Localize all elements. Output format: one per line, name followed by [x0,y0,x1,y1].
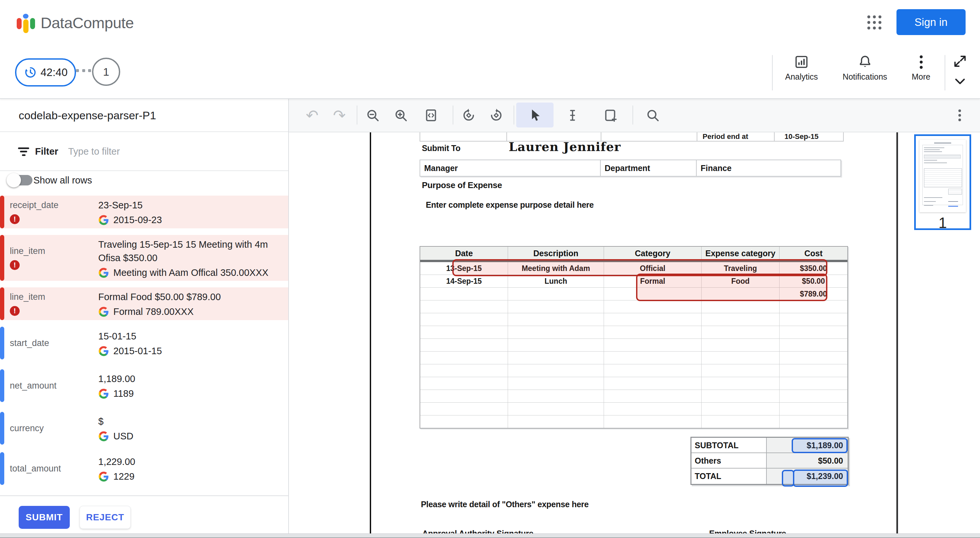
field-name: total_amount [10,464,94,474]
more-vert-icon [913,54,929,70]
cursor-icon [527,108,542,123]
rotate-cw-button[interactable] [485,103,508,127]
field-normalized-value: Formal 789.00XXX [113,306,194,317]
notifications-button[interactable]: Notifications [840,54,890,81]
sign-in-button[interactable]: Sign in [896,9,966,35]
col-header-description: Description [508,247,604,260]
show-all-rows-row: Show all rows [0,170,288,192]
totals-row-others: Others $50.00 [691,453,848,468]
field-raw-value: Formal Food $50.00 $789.00 [98,290,284,304]
panel-controls [953,54,967,89]
error-icon: ! [10,306,20,316]
reject-button[interactable]: REJECT [80,506,131,529]
fields-panel: codelab-expense-parser-P1 Filter Show al… [0,99,289,538]
google-g-icon [98,388,109,399]
expense-row-empty [420,326,847,339]
doc-purpose-hint: Enter complete expense purpose detail he… [426,200,594,210]
taskbar: 42:40 1 Analytics Notifications More [0,46,980,99]
toggle-knob[interactable] [6,173,21,188]
error-icon: ! [10,260,20,270]
undo-button[interactable]: ↶ [301,103,324,127]
zoom-in-button[interactable] [390,103,412,127]
doc-others-note: Please write detail of "Others" expense … [421,500,589,509]
document-title: codelab-expense-parser-P1 [0,99,288,132]
rotate-ccw-button[interactable] [457,103,480,127]
thumbnail-panel: 1 [898,132,980,538]
error-icon: ! [10,214,20,224]
field-status-bar [0,235,4,281]
field-status-bar [0,327,4,360]
timer-pill[interactable]: 42:40 [15,58,76,86]
add-region-icon [603,108,618,123]
field-row-start-date[interactable]: start_date ! 15-01-15 2015-01-15 [0,327,288,360]
google-g-icon [98,267,109,278]
chevron-down-icon[interactable] [953,74,967,89]
viewer-more-menu[interactable] [948,103,971,127]
field-normalized-value: USD [113,431,133,442]
field-raw-value: 1,229.00 [98,455,284,468]
field-name: currency [10,423,94,433]
zoom-in-icon [393,108,409,123]
rotate-cw-icon [489,108,504,123]
currency-highlight[interactable] [782,470,794,487]
horizontal-scrollbar[interactable] [0,533,980,538]
timer-value: 42:40 [41,66,68,79]
doc-purpose-heading: Purpose of Expense [422,180,502,190]
field-row-currency[interactable]: currency ! $ USD [0,412,288,445]
col-header-cost: Cost [780,247,847,260]
field-normalized-value: 2015-01-15 [113,346,162,357]
text-select-tool-button[interactable] [561,103,584,127]
page-thumbnail[interactable]: 1 [914,134,971,230]
field-name: line_item [10,292,94,302]
google-g-icon [98,346,109,357]
zoom-out-button[interactable] [361,103,384,127]
add-region-tool-button[interactable] [599,103,622,127]
expense-row-empty [420,352,847,365]
document-viewer[interactable]: Period end at 10-Sep-15 Submit To Lauren… [289,132,898,533]
field-normalized-value: Meeting with Aam Offical 350.00XXX [113,267,268,278]
net-amount-highlight[interactable] [792,438,848,453]
step-badge[interactable]: 1 [92,58,120,86]
notifications-label: Notifications [842,72,887,81]
select-tool-button[interactable] [523,103,546,127]
field-row-total-amount[interactable]: total_amount ! 1,229.00 1229 [0,452,288,485]
viewer-toolbar: ↶ ↷ [289,99,980,132]
field-status-bar [0,452,4,485]
more-button[interactable]: More [908,54,934,81]
line-item-2-highlight[interactable] [636,274,827,301]
redo-button[interactable]: ↷ [328,103,351,127]
field-row-net-amount[interactable]: net_amount ! 1,189.00 1189 [0,369,288,402]
search-document-button[interactable] [641,103,664,127]
thumbnail-page-number: 1 [916,214,969,232]
text-select-icon [565,108,580,123]
doc-employee-signature: Employee Signature [709,529,786,533]
analytics-button[interactable]: Analytics [781,54,822,81]
redo-icon: ↷ [333,108,346,123]
field-row-receipt-date[interactable]: receipt_date ! 23-Sep-15 2015-09-23 [0,196,288,228]
total-amount-highlight[interactable] [793,470,848,487]
expense-row-empty [420,390,847,403]
search-icon [645,108,660,123]
google-g-icon [98,431,109,442]
dots-connector [76,69,91,72]
fit-page-button[interactable] [420,103,442,127]
col-header-expense-category: Expense category [702,247,780,260]
col-header-category: Category [604,247,702,260]
expand-icon[interactable] [953,54,967,69]
google-g-icon [98,306,109,317]
doc-period-row: Period end at 10-Sep-15 [420,132,844,142]
undo-icon: ↶ [306,108,319,123]
toolbar-divider [357,105,357,124]
taskbar-divider [772,55,773,91]
show-all-rows-label: Show all rows [33,175,92,186]
col-header-date: Date [420,247,508,260]
thumbnail-page-preview [920,140,966,212]
filter-input[interactable] [67,146,206,157]
field-row-line-item-1[interactable]: line_item ! Traveling 15-5ep-15 15 Meeti… [0,235,288,281]
analytics-icon [794,54,809,70]
submit-button[interactable]: SUBMIT [19,506,70,529]
more-label: More [912,72,931,81]
field-row-line-item-2[interactable]: line_item ! Formal Food $50.00 $789.00 F… [0,287,288,320]
apps-grid-icon[interactable] [867,15,882,30]
expense-row-empty [420,365,847,377]
